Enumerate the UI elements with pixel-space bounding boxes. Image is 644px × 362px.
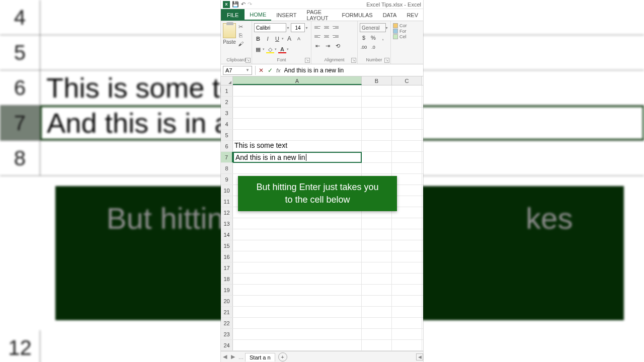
grow-font-icon[interactable]: A xyxy=(285,35,293,43)
increase-indent-icon[interactable]: ⇥ xyxy=(324,42,332,50)
row-header[interactable]: 14 xyxy=(221,229,233,240)
row-header[interactable]: 2 xyxy=(221,97,233,107)
row-header[interactable]: 12 xyxy=(221,207,233,218)
row-header[interactable]: 4 xyxy=(221,119,233,129)
row-header[interactable]: 23 xyxy=(221,329,233,339)
paste-button[interactable]: Paste xyxy=(223,23,236,45)
group-clipboard: Paste ✂ ⎘ 🖌 Clipboard ↘ xyxy=(221,21,252,64)
sheet-tab-bar: ◀ ▶ … Start a n + ◀ xyxy=(221,351,423,362)
fx-icon[interactable]: fx xyxy=(276,67,281,73)
decrease-indent-icon[interactable]: ⇤ xyxy=(313,42,321,50)
chevron-down-icon[interactable]: ▼ xyxy=(246,68,250,72)
save-icon[interactable]: 💾 xyxy=(232,1,239,8)
font-launcher-icon[interactable]: ↘ xyxy=(305,58,310,63)
chevron-down-icon[interactable]: ▼ xyxy=(385,26,388,30)
align-bottom-icon[interactable] xyxy=(332,23,340,31)
enter-icon[interactable]: ✓ xyxy=(266,67,275,74)
formula-input[interactable] xyxy=(282,66,423,75)
comma-icon[interactable]: , xyxy=(379,34,387,42)
font-name-input[interactable] xyxy=(254,23,286,32)
row-header[interactable]: 3 xyxy=(221,108,233,118)
row-header[interactable]: 22 xyxy=(221,318,233,328)
spreadsheet-grid[interactable]: A B C 1 2 3 4 5 6This is some text 7 8 9… xyxy=(221,76,423,351)
format-table-button[interactable]: For xyxy=(393,29,407,34)
align-center-icon[interactable] xyxy=(323,32,331,40)
row-header[interactable]: 15 xyxy=(221,240,233,251)
borders-icon[interactable]: ▦ xyxy=(254,45,262,53)
row-header[interactable]: 18 xyxy=(221,274,233,284)
bold-button[interactable]: B xyxy=(254,35,262,43)
col-header-a[interactable]: A xyxy=(233,76,362,85)
align-top-icon[interactable] xyxy=(313,23,321,31)
hscroll-left-icon[interactable]: ◀ xyxy=(416,353,423,360)
row-header[interactable]: 20 xyxy=(221,296,233,306)
name-box[interactable]: A7 ▼ xyxy=(223,66,252,75)
italic-button[interactable]: I xyxy=(264,35,272,43)
percent-icon[interactable]: % xyxy=(369,34,377,42)
cell-a7-editing[interactable]: And this is in a new lin xyxy=(233,152,362,163)
copy-icon[interactable]: ⎘ xyxy=(237,32,244,39)
grid-rows: 1 2 3 4 5 6This is some text 7 8 9 10 11… xyxy=(221,85,423,351)
row-header[interactable]: 1 xyxy=(221,85,233,96)
row-header[interactable]: 13 xyxy=(221,218,233,229)
new-sheet-button[interactable]: + xyxy=(278,352,287,361)
tab-formulas[interactable]: FORMULAS xyxy=(337,9,378,21)
sheet-tab[interactable]: Start a n xyxy=(245,353,275,361)
cancel-icon[interactable]: ✕ xyxy=(257,67,266,74)
row-header[interactable]: 24 xyxy=(221,340,233,350)
chevron-down-icon[interactable]: ▾ xyxy=(282,37,284,41)
number-launcher-icon[interactable]: ↘ xyxy=(384,58,389,63)
orientation-icon[interactable]: ⟲ xyxy=(334,42,342,50)
cell-styles-button[interactable]: Cel xyxy=(393,34,407,39)
sheet-more-icon[interactable]: … xyxy=(237,354,245,360)
row-header[interactable]: 19 xyxy=(221,285,233,295)
chevron-down-icon[interactable]: ▼ xyxy=(305,26,308,30)
format-painter-icon[interactable]: 🖌 xyxy=(237,40,244,47)
tab-home[interactable]: HOME xyxy=(245,9,271,21)
select-all-corner[interactable] xyxy=(221,76,233,85)
undo-icon[interactable]: ↶ xyxy=(241,1,246,8)
sheet-nav-next-icon[interactable]: ▶ xyxy=(229,353,237,360)
row-header[interactable]: 5 xyxy=(221,130,233,140)
align-middle-icon[interactable] xyxy=(323,23,331,31)
tab-insert[interactable]: INSERT xyxy=(271,9,301,21)
decrease-decimal-icon[interactable]: .0 xyxy=(369,43,377,51)
row-header[interactable]: 7 xyxy=(221,152,233,162)
align-left-icon[interactable] xyxy=(313,32,321,40)
row-header[interactable]: 6 xyxy=(221,141,233,151)
cut-icon[interactable]: ✂ xyxy=(237,23,244,30)
row-header[interactable]: 16 xyxy=(221,251,233,262)
row-header[interactable]: 8 xyxy=(221,163,233,173)
row-header[interactable]: 17 xyxy=(221,262,233,273)
row-header[interactable]: 9 xyxy=(221,174,233,185)
cell-a6[interactable]: This is some text xyxy=(233,141,362,151)
tab-page-layout[interactable]: PAGE LAYOUT xyxy=(301,9,337,21)
number-format-select[interactable] xyxy=(360,23,386,32)
col-header-c[interactable]: C xyxy=(392,76,422,85)
ribbon-tabs: FILE HOME INSERT PAGE LAYOUT FORMULAS DA… xyxy=(221,9,423,21)
fill-color-icon[interactable]: ◇ xyxy=(266,45,274,53)
tab-file[interactable]: FILE xyxy=(221,9,245,21)
alignment-launcher-icon[interactable]: ↘ xyxy=(351,58,356,63)
window-title: Excel Tips.xlsx - Excel xyxy=(366,2,421,8)
sheet-nav-prev-icon[interactable]: ◀ xyxy=(221,353,229,360)
col-header-b[interactable]: B xyxy=(362,76,392,85)
row-header[interactable]: 21 xyxy=(221,307,233,317)
group-number: ▼ $ % , .00 .0 Number ↘ xyxy=(358,21,391,64)
chevron-down-icon[interactable]: ▼ xyxy=(286,26,290,30)
font-size-input[interactable] xyxy=(291,23,305,32)
redo-icon[interactable]: ↷ xyxy=(248,1,252,8)
increase-decimal-icon[interactable]: .00 xyxy=(360,43,368,51)
font-color-icon[interactable]: A xyxy=(278,45,286,53)
accounting-icon[interactable]: $ xyxy=(360,34,368,42)
shrink-font-icon[interactable]: A xyxy=(295,35,303,43)
tab-data[interactable]: DATA xyxy=(378,9,402,21)
conditional-formatting-button[interactable]: Cor xyxy=(393,23,407,28)
row-header[interactable]: 11 xyxy=(221,196,233,207)
underline-button[interactable]: U xyxy=(273,35,281,43)
text-cursor xyxy=(306,154,306,161)
clipboard-launcher-icon[interactable]: ↘ xyxy=(246,58,251,63)
tab-review[interactable]: REV xyxy=(401,9,423,21)
row-header[interactable]: 10 xyxy=(221,185,233,196)
align-right-icon[interactable] xyxy=(332,32,340,40)
